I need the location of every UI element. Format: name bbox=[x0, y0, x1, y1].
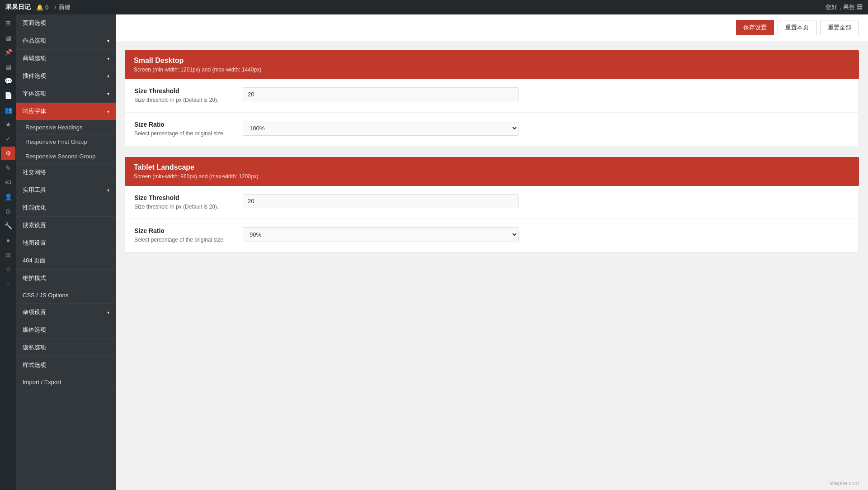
sidebar-item-label: 搜索设置 bbox=[23, 221, 46, 229]
sidebar-item-label: 字体选项 bbox=[23, 90, 46, 98]
ratio-select[interactable]: 60% 70% 80% 90% 100% 110% 120% bbox=[243, 121, 519, 136]
circle-icon[interactable]: ○ bbox=[1, 277, 15, 290]
setting-control bbox=[243, 87, 849, 101]
sidebar-item-label: 维护模式 bbox=[23, 274, 46, 282]
sidebar-item-fonts[interactable]: 字体选项 ▾ bbox=[16, 85, 116, 103]
small-desktop-header: Small Desktop Screen (min-width: 1201px)… bbox=[125, 50, 859, 79]
sidebar-item-performance[interactable]: 性能优化 bbox=[16, 199, 116, 217]
sidebar-item-import-export[interactable]: Import / Export bbox=[16, 374, 116, 390]
tablet-landscape-header: Tablet Landscape Screen (min-width: 960p… bbox=[125, 157, 859, 186]
reset-page-button[interactable]: 重置本页 bbox=[778, 20, 816, 35]
small-desktop-ratio-row: Size Ratio Select percentage of the orig… bbox=[125, 113, 859, 146]
setting-control: 60% 70% 80% 90% 100% 110% 120% bbox=[243, 227, 849, 242]
file-icon[interactable]: 📄 bbox=[1, 89, 15, 102]
tablet-landscape-subtitle: Screen (min-width: 960px) and (max-width… bbox=[134, 173, 850, 180]
sidebar-item-misc[interactable]: 杂项设置 ▾ bbox=[16, 304, 116, 321]
tablet-threshold-input[interactable] bbox=[243, 194, 519, 208]
sidebar-item-label: 社交网络 bbox=[23, 168, 46, 176]
sidebar-item-label: 404 页面 bbox=[23, 257, 46, 265]
tablet-ratio-select[interactable]: 60% 70% 80% 90% 100% 110% 120% bbox=[243, 227, 519, 242]
ratio-label: Size Ratio bbox=[134, 121, 234, 128]
setting-label: Size Ratio Select percentage of the orig… bbox=[134, 227, 234, 244]
ratio-description: Select percentage of the original size. bbox=[134, 236, 234, 244]
chevron-down-icon: ▾ bbox=[107, 91, 109, 96]
settings-content: Small Desktop Screen (min-width: 1201px)… bbox=[116, 41, 868, 476]
tool-icon[interactable]: 🔧 bbox=[1, 219, 15, 233]
new-post-label: + 新建 bbox=[54, 3, 71, 11]
ratio-description: Select percentage of the original size. bbox=[134, 130, 234, 138]
site-logo: 果果日记 bbox=[5, 3, 31, 11]
sidebar-item-maintenance[interactable]: 维护模式 bbox=[16, 270, 116, 287]
small-desktop-panel: Size Threshold Size threshold in px (Def… bbox=[125, 79, 859, 146]
threshold-input[interactable] bbox=[243, 87, 519, 101]
setting-control bbox=[243, 194, 849, 208]
sidebar-subitem-responsive-headings[interactable]: Responsive Headings bbox=[16, 120, 116, 135]
grid-icon[interactable]: ▤ bbox=[1, 60, 15, 73]
sidebar-subitem-responsive-second-group[interactable]: Responsive Second Group bbox=[16, 149, 116, 164]
check-icon[interactable]: ✓ bbox=[1, 132, 15, 146]
sidebar-item-shop[interactable]: 商城选项 ▾ bbox=[16, 50, 116, 67]
grid2-icon[interactable]: ⊞ bbox=[1, 248, 15, 262]
watermark: shephe.com bbox=[116, 476, 868, 490]
sidebar-item-works[interactable]: 作品选项 ▾ bbox=[16, 32, 116, 50]
stats-icon[interactable]: ▦ bbox=[1, 31, 15, 44]
star-icon[interactable]: ☆ bbox=[1, 262, 15, 276]
sidebar-item-responsive-fonts[interactable]: 响应字体 ▾ bbox=[16, 103, 116, 120]
tag-icon[interactable]: 🏷 bbox=[1, 176, 15, 189]
main-layout: ⊞ ▦ 📌 ▤ 💬 📄 👥 ★ ✓ ⚙ ✎ 🏷 👤 ⊙ 🔧 ● ⊞ ☆ ○ 页面… bbox=[0, 14, 868, 490]
sidebar-item-label: 作品选项 bbox=[23, 37, 46, 45]
notifications-button[interactable]: 🔔 0 bbox=[36, 4, 48, 11]
bell-icon: 🔔 bbox=[36, 4, 43, 11]
sidebar-item-search[interactable]: 搜索设置 bbox=[16, 217, 116, 234]
chevron-down-icon: ▾ bbox=[107, 74, 109, 79]
settings-icon[interactable]: ⚙ bbox=[1, 147, 15, 160]
user-icon[interactable]: 👤 bbox=[1, 190, 15, 204]
setting-label: Size Ratio Select percentage of the orig… bbox=[134, 121, 234, 138]
edit-icon[interactable]: ✎ bbox=[1, 161, 15, 175]
threshold-label: Size Threshold bbox=[134, 87, 234, 95]
sidebar-item-plugins[interactable]: 插件选项 ▾ bbox=[16, 67, 116, 85]
sidebar-item-label: 性能优化 bbox=[23, 204, 46, 212]
comment-icon[interactable]: 💬 bbox=[1, 74, 15, 88]
tablet-landscape-panel: Size Threshold Size threshold in px (Def… bbox=[125, 186, 859, 253]
threshold-label: Size Threshold bbox=[134, 194, 234, 201]
topbar-left: 果果日记 🔔 0 + 新建 bbox=[5, 3, 71, 11]
setting-label: Size Threshold Size threshold in px (Def… bbox=[134, 194, 234, 211]
sidebar-item-social[interactable]: 社交网络 bbox=[16, 164, 116, 181]
sidebar-item-label: 样式选项 bbox=[23, 361, 46, 369]
setting-control: 60% 70% 80% 90% 100% 110% 120% bbox=[243, 121, 849, 136]
sidebar-item-label: 隐私选项 bbox=[23, 343, 46, 352]
sidebar-item-page-options[interactable]: 页面选项 bbox=[16, 14, 116, 32]
notification-count: 0 bbox=[45, 4, 48, 11]
sidebar-item-css-js[interactable]: CSS / JS Options bbox=[16, 287, 116, 304]
dashboard-icon[interactable]: ⊞ bbox=[1, 16, 15, 30]
sidebar-item-privacy[interactable]: 隐私选项 bbox=[16, 339, 116, 357]
sidebar-item-style[interactable]: 样式选项 bbox=[16, 357, 116, 374]
sidebar-subitem-responsive-first-group[interactable]: Responsive First Group bbox=[16, 135, 116, 149]
reset-all-button[interactable]: 重置全部 bbox=[820, 20, 859, 35]
chevron-down-icon: ▾ bbox=[107, 56, 109, 61]
chevron-down-icon: ▾ bbox=[107, 109, 109, 114]
new-post-button[interactable]: + 新建 bbox=[54, 3, 71, 11]
small-desktop-threshold-row: Size Threshold Size threshold in px (Def… bbox=[125, 79, 859, 113]
sidebar-item-maps[interactable]: 地图设置 bbox=[16, 234, 116, 252]
circle-check-icon[interactable]: ⊙ bbox=[1, 205, 15, 218]
sidebar-item-404[interactable]: 404 页面 bbox=[16, 252, 116, 270]
sidebar-item-label: 页面选项 bbox=[23, 19, 46, 27]
tablet-threshold-row: Size Threshold Size threshold in px (Def… bbox=[125, 186, 859, 219]
nav-sidebar: 页面选项 作品选项 ▾ 商城选项 ▾ 插件选项 ▾ 字体选项 ▾ 响应字体 ▾ … bbox=[16, 14, 116, 490]
ratio-label: Size Ratio bbox=[134, 227, 234, 234]
action-bar: 保存设置 重置本页 重置全部 bbox=[116, 14, 868, 41]
icon-sidebar: ⊞ ▦ 📌 ▤ 💬 📄 👥 ★ ✓ ⚙ ✎ 🏷 👤 ⊙ 🔧 ● ⊞ ☆ ○ bbox=[0, 14, 16, 490]
pin-icon[interactable]: 📌 bbox=[1, 45, 15, 59]
tablet-landscape-title: Tablet Landscape bbox=[134, 163, 850, 171]
sidebar-item-media[interactable]: 媒体选项 bbox=[16, 321, 116, 339]
sidebar-item-utilities[interactable]: 实用工具 ▾ bbox=[16, 181, 116, 199]
small-desktop-section: Small Desktop Screen (min-width: 1201px)… bbox=[125, 50, 859, 146]
topbar-right: 您好，果芸 ☰ bbox=[826, 3, 863, 11]
people-icon[interactable]: 👥 bbox=[1, 103, 15, 117]
dot-icon[interactable]: ● bbox=[1, 233, 15, 247]
chevron-down-icon: ▾ bbox=[107, 38, 109, 43]
save-settings-button[interactable]: 保存设置 bbox=[736, 20, 774, 35]
star2-icon[interactable]: ★ bbox=[1, 118, 15, 131]
